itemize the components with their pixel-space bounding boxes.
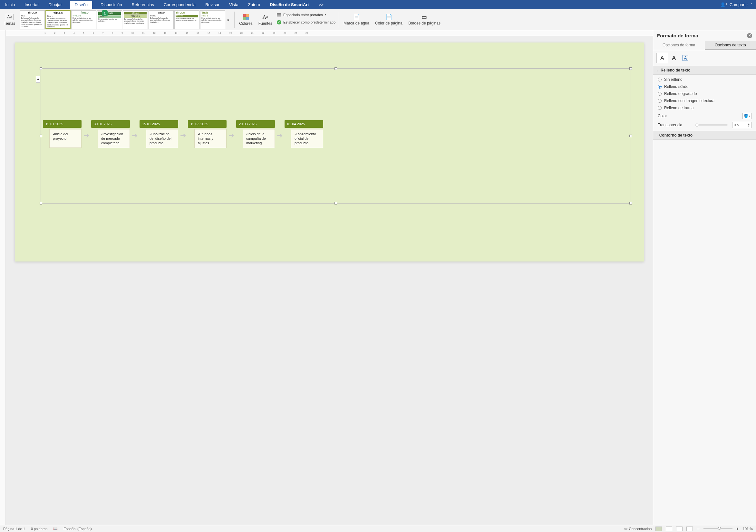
fonts-icon: Aa (262, 13, 269, 21)
set-default-button[interactable]: ✓ Establecer como predeterminado (277, 20, 336, 24)
watermark-label: Marca de agua (343, 21, 369, 25)
ribbon-tabs: Inicio Insertar Dibujar Diseño Disposici… (0, 0, 756, 9)
style-thumb-1[interactable]: TÍTULOTítulo 1En la pestaña Insertar las… (20, 10, 45, 29)
tab-zotero[interactable]: Zotero (247, 1, 262, 9)
watermark-icon: 📄 (353, 13, 360, 21)
colors-icon (242, 13, 250, 21)
tab-dibujar[interactable]: Dibujar (47, 1, 63, 9)
style-thumb-2[interactable]: TÍTULOTítulo 1En la pestaña Insertar las… (45, 10, 70, 29)
set-default-label: Establecer como predeterminado (283, 20, 336, 24)
tab-revisar[interactable]: Revisar (204, 1, 221, 9)
paragraph-spacing-button[interactable]: Espaciado entre párrafos ▾ (277, 13, 336, 17)
spacing-label: Espaciado entre párrafos (283, 13, 323, 17)
ribbon: Aa Temas 2 TÍTULOTítulo 1En la pestaña I… (0, 9, 756, 30)
tab-disposicion[interactable]: Disposición (99, 1, 123, 9)
themes-button[interactable]: Aa Temas (3, 13, 16, 26)
style-gallery: TÍTULOTítulo 1En la pestaña Insertar las… (20, 10, 231, 29)
page-color-label: Color de página (375, 21, 402, 25)
page-borders-icon: ▭ (421, 13, 428, 21)
themes-icon: Aa (6, 13, 13, 21)
style-thumb-8[interactable]: TítuloTítulo 1En la pestaña Insertar las… (200, 10, 225, 29)
spacing-icon (277, 13, 281, 16)
hint-1: 1 (102, 10, 108, 16)
tabs-overflow[interactable]: >> (317, 1, 325, 9)
watermark-button[interactable]: 📄 Marca de agua (342, 13, 370, 26)
tab-inicio[interactable]: Inicio (4, 1, 16, 9)
style-thumb-7[interactable]: TÍTULOTÍTULO 1En la pestaña Insertar las… (174, 10, 200, 29)
page-borders-label: Bordes de páginas (408, 21, 441, 25)
separator (339, 12, 339, 28)
style-thumb-5[interactable]: TÍTULOTÍTULO 1En la pestaña Insertar las… (123, 10, 148, 29)
tab-correspondencia[interactable]: Correspondencia (162, 1, 197, 9)
tab-vista[interactable]: Vista (228, 1, 240, 9)
colors-button[interactable]: Colores (238, 13, 254, 26)
fonts-label: Fuentes (258, 21, 272, 26)
share-icon: 👤⁺ (720, 2, 728, 7)
page-color-button[interactable]: 📄 Color de página (374, 13, 404, 26)
check-icon: ✓ (277, 20, 281, 24)
tab-referencias[interactable]: Referencias (130, 1, 155, 9)
themes-label: Temas (4, 21, 15, 26)
style-thumb-6[interactable]: TítuloTítulo 1En la pestaña Insertar las… (148, 10, 174, 29)
tab-insertar[interactable]: Insertar (23, 1, 40, 9)
page-color-icon: 📄 (386, 13, 392, 21)
tab-diseno[interactable]: Diseño (70, 1, 92, 9)
fonts-button[interactable]: Aa Fuentes (257, 13, 274, 26)
tab-smartart-design[interactable]: Diseño de SmartArt (268, 1, 310, 9)
gallery-more[interactable]: ▸ (226, 17, 231, 22)
chevron-up-icon: ˄ (750, 3, 752, 7)
style-thumb-4[interactable]: TítuloTítulo 1En la pestaña Insertar las… (97, 10, 122, 29)
share-label: Compartir (730, 2, 748, 7)
style-thumb-3[interactable]: TÍTULOTÍTULO 1En la pestaña Insertar las… (71, 10, 96, 29)
colors-label: Colores (239, 21, 252, 26)
share-button[interactable]: 👤⁺ Compartir ˄ (720, 2, 752, 7)
page-borders-button[interactable]: ▭ Bordes de páginas (407, 13, 442, 26)
chevron-down-icon: ▾ (325, 13, 326, 16)
